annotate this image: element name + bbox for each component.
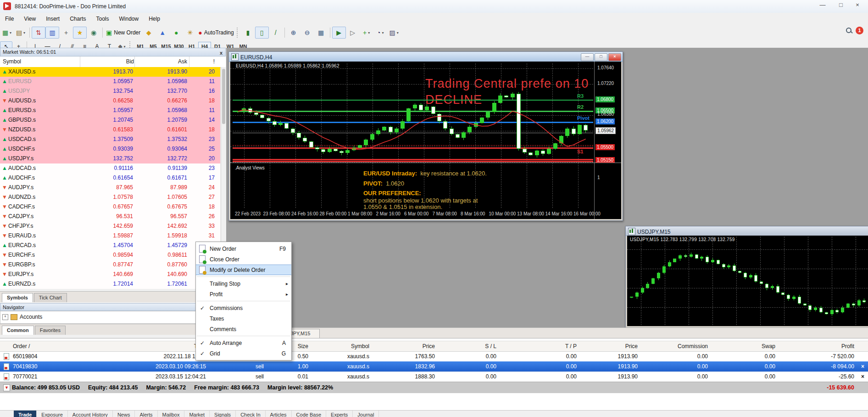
orders-col-order[interactable]: Order / [13, 343, 30, 349]
tab-favorites[interactable]: Favorites [35, 326, 66, 335]
tab-common[interactable]: Common [2, 326, 34, 335]
terminal-tab-account-history[interactable]: Account History [68, 411, 113, 417]
experts-button[interactable]: ▲ [156, 27, 169, 39]
metaquotes-gold-button[interactable]: ◆ [142, 27, 156, 39]
order-row[interactable]: 650198042022.11.18 10:380.50xauusd.s1763… [0, 351, 868, 362]
alerts-sound-button[interactable]: ● [169, 27, 183, 39]
periods-button[interactable]: ◔▾ [373, 27, 387, 39]
templates-button-dropdown-icon[interactable]: ▾ [397, 31, 399, 35]
col-ask[interactable]: Ask [178, 58, 187, 65]
market-watch-row[interactable]: ▲USDCHF.s0.930390.9306425 [0, 144, 220, 154]
col-spread[interactable]: ! [213, 58, 215, 65]
market-watch-row[interactable]: ▲USDJPY132.754132.77016 [0, 86, 220, 96]
context-menu-item-grid[interactable]: ✓GridG [196, 348, 291, 359]
indicators-button-dropdown-icon[interactable]: ▾ [368, 31, 370, 35]
context-menu-item-profit[interactable]: Profit▸ [196, 289, 291, 299]
periods-button-dropdown-icon[interactable]: ▾ [382, 31, 384, 35]
terminal-tab-code-base[interactable]: Code Base [292, 411, 326, 417]
menu-item-window[interactable]: Window [114, 14, 144, 24]
chart-shift-button[interactable]: ▷ [346, 27, 360, 39]
market-watch-row[interactable]: ▲XAUUSD.s1913.701913.9020 [0, 67, 220, 77]
navigator-toggle[interactable]: + [59, 27, 73, 39]
profiles-button-dropdown-icon[interactable]: ▾ [23, 31, 25, 35]
terminal-tab-signals[interactable]: Signals [210, 411, 236, 417]
context-menu-item-modify-or-delete-order[interactable]: Modify or Delete Order [196, 265, 291, 275]
new-chart-button-dropdown-icon[interactable]: ▾ [10, 31, 11, 35]
bar-chart-button[interactable]: ▮ [241, 27, 255, 39]
chart-maximize-button[interactable]: □ [595, 53, 607, 61]
menu-item-file[interactable]: File [0, 14, 19, 24]
eurusd-chart-plot[interactable]: EURUSD,H4 1.05896 1.05989 1.05862 1.0596… [230, 62, 621, 219]
terminal-tab-articles[interactable]: Articles [266, 411, 292, 417]
close-order-icon[interactable]: × [861, 363, 864, 370]
market-watch-row[interactable]: ▼AUDUSD.s0.662580.6627618 [0, 96, 220, 106]
navigator-item-accounts[interactable]: +Accounts [2, 314, 42, 320]
market-watch-row[interactable]: ▼NZDUSD.s0.615830.6160118 [0, 125, 220, 135]
orders-col-price2[interactable]: Price [564, 343, 638, 349]
market-watch-close-icon[interactable]: x [220, 49, 223, 57]
chart-close-button[interactable]: × [608, 53, 621, 61]
terminal-tab-alerts[interactable]: Alerts [135, 411, 157, 417]
eurusd-window-titlebar[interactable]: EURUSD,H4 — □ × [229, 52, 623, 62]
orders-col-profit[interactable]: Profit [781, 343, 854, 349]
market-watch-row[interactable]: ▲EURUSD1.059571.0596811 [0, 77, 220, 86]
menu-item-insert[interactable]: Insert [41, 14, 65, 24]
terminal-tab-journal[interactable]: Journal [353, 411, 379, 417]
context-menu-item-close-order[interactable]: Close Order [196, 254, 291, 265]
menu-item-help[interactable]: Help [144, 14, 165, 24]
autotrading-button[interactable]: ●AutoTrading [197, 27, 235, 39]
chart-minimize-button[interactable]: — [581, 53, 594, 61]
menu-item-charts[interactable]: Charts [65, 14, 91, 24]
col-bid[interactable]: Bid [126, 58, 134, 65]
usdjpy-chart-plot[interactable]: USDJPY,M15 132.783 132.799 132.708 132.7… [627, 236, 868, 326]
market-watch-row[interactable]: ▼EURCHF.s0.985940.98611 [0, 250, 220, 260]
col-symbol[interactable]: Symbol [3, 58, 21, 65]
market-watch-row[interactable]: ▲EURCAD.s1.457041.45729 [0, 241, 220, 251]
context-menu-item-comments[interactable]: Comments [196, 324, 291, 334]
orders-col-symbol[interactable]: Symbol [296, 343, 369, 349]
terminal-tab-trade[interactable]: Trade [14, 411, 37, 417]
tab-symbols[interactable]: Symbols [2, 293, 33, 302]
terminal-tab-exposure[interactable]: Exposure [37, 411, 67, 417]
new-order-button[interactable]: ▣New Order [105, 27, 142, 39]
zoom-in-button[interactable]: ⊕ [287, 27, 300, 39]
minimize-button[interactable]: — [814, 0, 831, 11]
settings-gears-button[interactable]: ✳ [183, 27, 197, 39]
context-menu-item-trailing-stop[interactable]: Trailing Stop▸ [196, 278, 291, 289]
market-watch-toggle[interactable]: ⇅ [32, 27, 45, 39]
order-row[interactable]: 704198302023.03.10 09:26:15sell1.00xauus… [0, 361, 868, 372]
market-watch-row[interactable]: ▲USDJPY.s132.752132.77220 [0, 154, 220, 163]
market-watch-row[interactable]: ▲EURUSD.s1.059571.0596811 [0, 106, 220, 115]
market-watch-row[interactable]: ▼CHFJPY.s142.659142.69233 [0, 221, 220, 231]
orders-col-commission[interactable]: Commission [634, 343, 708, 349]
menu-item-tools[interactable]: Tools [91, 14, 114, 24]
market-watch-row[interactable]: ▼EURJPY.s140.669140.690 [0, 270, 220, 280]
templates-button[interactable]: ▨▾ [387, 27, 401, 39]
market-watch-row[interactable]: ▲GBPUSD.s1.207451.2075914 [0, 115, 220, 125]
market-watch-row[interactable]: ▼CADJPY.s96.53196.55726 [0, 212, 220, 222]
auto-scroll-button[interactable]: ▶ [332, 27, 346, 39]
terminal-tab-market[interactable]: Market [184, 411, 210, 417]
new-chart-button[interactable]: ▦▾ [0, 27, 14, 39]
market-watch-row[interactable]: ▲AUDCAD.s0.911160.9113923 [0, 163, 220, 174]
order-row[interactable]: 707700212023.03.15 12:04:21sell0.01xauus… [0, 372, 868, 382]
context-menu-item-taxes[interactable]: Taxes [196, 313, 291, 324]
market-watch-row[interactable]: ▼CADCHF.s0.676570.6767518 [0, 202, 220, 212]
terminal-tab-mailbox[interactable]: Mailbox [158, 411, 185, 417]
market-watch-row[interactable]: ▼AUDJPY.s87.96587.98924 [0, 183, 220, 193]
market-watch-row[interactable]: ▲EURNZD.s1.720141.72061 [0, 279, 220, 289]
orders-col-swap[interactable]: Swap [702, 343, 775, 349]
close-button[interactable]: × [849, 0, 866, 11]
context-menu-item-new-order[interactable]: New OrderF9 [196, 243, 291, 254]
favorites-toggle[interactable]: ★ [73, 27, 87, 39]
notification-badge[interactable]: 1 [856, 27, 863, 34]
market-watch-row[interactable]: ▼AUDNZD.s1.075781.0760527 [0, 192, 220, 203]
zoom-out-button[interactable]: ⊖ [300, 27, 314, 39]
tile-windows-button[interactable]: ▦ [314, 27, 328, 39]
search-icon[interactable] [846, 27, 853, 34]
tree-expander-icon[interactable]: + [2, 314, 8, 320]
maximize-button[interactable]: □ [832, 0, 850, 11]
tab-tick-chart[interactable]: Tick Chart [34, 293, 67, 302]
strategy-tester-button[interactable]: ◉ [87, 27, 100, 39]
terminal-tab-check-in[interactable]: Check In [236, 411, 265, 417]
